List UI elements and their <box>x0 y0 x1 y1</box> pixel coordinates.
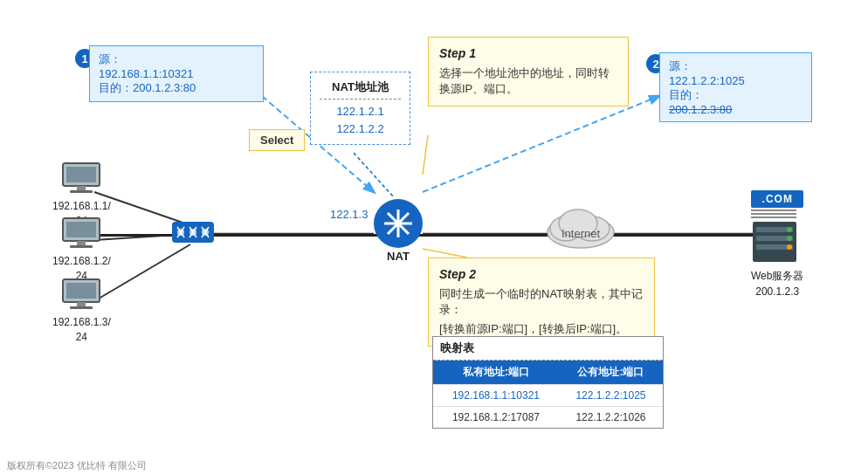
source2-line3: 目的： <box>669 87 803 103</box>
nat-router: NAT <box>374 199 423 263</box>
table-cell-private: 192.168.1.2:17087 <box>433 407 559 429</box>
table-cell-private: 192.168.1.1:10321 <box>433 385 559 407</box>
svg-rect-23 <box>66 283 96 299</box>
step2-text2: [转换前源IP:端口]，[转换后IP:端口]。 <box>439 321 644 337</box>
footer: 版权所有©2023 优比特 有限公司 <box>7 459 147 472</box>
computer1-icon <box>61 161 101 196</box>
svg-line-7 <box>423 96 659 192</box>
svg-rect-18 <box>70 245 93 248</box>
svg-line-11 <box>423 249 467 258</box>
computer-3: 192.168.1.3/24 <box>52 278 111 345</box>
step2-title: Step 2 <box>439 267 644 281</box>
computer3-icon <box>61 278 101 313</box>
computer2-icon <box>61 216 101 251</box>
nat-pool-ip2: 122.1.2.2 <box>320 120 401 138</box>
col1-header: 私有地址:端口 <box>433 361 559 385</box>
server-label1: Web服务器 <box>751 270 803 282</box>
table-cell-public: 122.1.2.2:1026 <box>559 407 663 429</box>
step2-box: Step 2 同时生成一个临时的NAT映射表，其中记录： [转换前源IP:端口]… <box>428 258 655 347</box>
server-line-2 <box>751 213 796 215</box>
svg-rect-13 <box>77 186 86 190</box>
svg-rect-14 <box>70 190 93 193</box>
mapping-table-container: 映射表 私有地址:端口 公有地址:端口 192.168.1.1:10321122… <box>432 336 664 429</box>
source1-line1: 源： <box>99 52 254 67</box>
nat-pool-ip3: 122.1.3 <box>330 208 368 221</box>
select-box: Select <box>249 129 305 151</box>
source2-line2: 122.1.2.2:1025 <box>669 74 803 87</box>
computer-2: 192.168.1.2/24 <box>52 216 111 284</box>
svg-rect-15 <box>66 167 96 182</box>
step1-text: 选择一个地址池中的地址，同时转换源IP、端口。 <box>439 65 617 97</box>
source-box-1: 源： 192.168.1.1:10321 目的：200.1.2.3:80 <box>89 45 264 102</box>
mapping-table: 私有地址:端口 公有地址:端口 192.168.1.1:10321122.1.2… <box>433 361 663 428</box>
nat-pool-ip1: 122.1.2.1 <box>320 103 401 120</box>
com-badge: .COM <box>751 190 803 208</box>
nat-pool-divider <box>320 99 401 100</box>
svg-line-10 <box>423 135 428 175</box>
diagram: 1 源： 192.168.1.1:10321 目的：200.1.2.3:80 2… <box>0 0 868 474</box>
router-icon <box>374 199 423 248</box>
source1-line3: 目的：200.1.2.3:80 <box>99 80 254 96</box>
svg-point-49 <box>787 236 792 241</box>
table-cell-public: 122.1.2.2:1025 <box>559 385 663 407</box>
web-server-label: Web服务器 200.1.2.3 <box>751 268 803 299</box>
source2-line1: 源： <box>669 58 803 74</box>
server-lines <box>751 210 803 218</box>
svg-line-9 <box>354 153 393 196</box>
mapping-table-title: 映射表 <box>433 337 663 361</box>
step1-box: Step 1 选择一个地址池中的地址，同时转换源IP、端口。 <box>428 37 629 106</box>
nat-label: NAT <box>387 250 410 263</box>
step1-title: Step 1 <box>439 46 617 60</box>
svg-text:Internet: Internet <box>561 227 600 240</box>
svg-rect-17 <box>77 241 86 245</box>
col2-header: 公有地址:端口 <box>559 361 663 385</box>
table-row: 192.168.1.2:17087122.1.2.2:1026 <box>433 407 663 429</box>
internet-cloud: Internet <box>541 199 620 254</box>
svg-point-50 <box>787 244 792 250</box>
computer3-label: 192.168.1.3/24 <box>52 315 111 345</box>
hub-icon <box>169 208 217 259</box>
step2-text1: 同时生成一个临时的NAT映射表，其中记录： <box>439 286 644 318</box>
svg-rect-19 <box>66 222 96 237</box>
server-body-icon <box>751 220 798 264</box>
svg-rect-22 <box>70 306 93 309</box>
source2-line4: 200.1.2.3:80 <box>669 103 803 116</box>
server-line-1 <box>751 210 796 211</box>
source-box-2: 源： 122.1.2.2:1025 目的： 200.1.2.3:80 <box>659 52 812 122</box>
svg-point-48 <box>787 227 792 232</box>
source2-dest-label: 目的： <box>669 87 703 103</box>
source1-line2: 192.168.1.1:10321 <box>99 67 254 80</box>
server-line-3 <box>751 216 796 218</box>
table-row: 192.168.1.1:10321122.1.2.2:1025 <box>433 385 663 407</box>
nat-pool-title: NAT地址池 <box>320 79 401 95</box>
server-label2: 200.1.2.3 <box>755 285 799 298</box>
svg-rect-21 <box>77 302 86 306</box>
svg-point-38 <box>394 219 403 228</box>
web-server-container: .COM Web服务器 200.1.2.3 <box>751 190 803 299</box>
nat-pool-box: NAT地址池 122.1.2.1 122.1.2.2 <box>310 72 410 145</box>
